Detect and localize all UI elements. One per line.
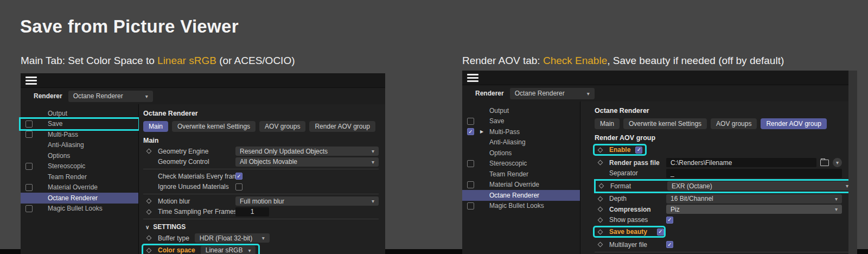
tab-aov-groups[interactable]: AOV groups — [259, 121, 305, 132]
chevron-down-icon: ▾ — [372, 148, 374, 154]
chevron-down-icon: ∨ — [145, 224, 149, 230]
left-caption-post: (or ACES/OCIO) — [216, 55, 295, 66]
expand-arrow-icon[interactable]: ▶ — [480, 129, 483, 134]
sidebar-item-stereoscopic[interactable]: Stereoscopic — [21, 161, 138, 172]
sidebar-item-magic-bullet-looks[interactable]: Magic Bullet Looks — [462, 201, 580, 212]
render-pass-file-input[interactable]: C:\Renders\Filename — [666, 158, 816, 167]
stereoscopic-checkbox[interactable] — [25, 163, 33, 170]
left-caption-pre: Main Tab: Set Color Space to — [21, 55, 157, 66]
diamond-icon — [598, 217, 603, 223]
geometry-control-dropdown[interactable]: All Objects Movable▾ — [235, 157, 379, 167]
color-space-highlight: Color space Linear sRGB▾ — [143, 245, 258, 254]
compression-dropdown[interactable]: Piz▾ — [666, 205, 842, 214]
buffer-type-dropdown[interactable]: HDR (Float 32-bit)▾ — [195, 233, 270, 243]
panel-heading: Octane Renderer — [143, 108, 385, 119]
sidebar-item-magic-bullet-looks[interactable]: Magic Bullet Looks — [21, 204, 138, 214]
multilayer-file-checkbox[interactable] — [666, 241, 673, 248]
chevron-down-icon: ▾ — [372, 159, 374, 165]
settings-section-header[interactable]: ∨ SETTINGS — [145, 221, 385, 233]
check-materials-checkbox[interactable] — [235, 173, 242, 180]
panel-heading: Octane Renderer — [595, 105, 857, 116]
hamburger-menu-icon[interactable] — [467, 74, 478, 82]
setting-row-color-space: Color space Linear sRGB▾ — [143, 244, 385, 254]
chevron-down-icon: ▾ — [835, 206, 838, 212]
save-beauty-checkbox[interactable] — [657, 228, 664, 236]
sidebar-item-save[interactable]: Save — [462, 116, 580, 127]
tab-render-aov-group[interactable]: Render AOV group — [309, 121, 375, 132]
renderer-label: Renderer — [34, 92, 62, 100]
divider — [143, 194, 379, 194]
chevron-down-icon: ▾ — [248, 247, 251, 253]
color-space-dropdown[interactable]: Linear sRGB▾ — [201, 246, 256, 254]
setting-row-save-beauty: Save beauty — [595, 225, 857, 238]
sidebar-item-material-override[interactable]: Material Override — [462, 180, 580, 190]
section-title: Main — [143, 135, 385, 146]
enable-checkbox[interactable] — [635, 147, 642, 154]
renderer-row: Renderer Octane Renderer ▾ — [462, 85, 857, 101]
sidebar-item-team-render[interactable]: Team Render — [462, 169, 580, 180]
sidebar-item-octane-renderer[interactable]: Octane Renderer — [21, 193, 138, 204]
geometry-engine-dropdown[interactable]: Resend Only Updated Objects▾ — [235, 147, 379, 156]
sidebar-item-team-render[interactable]: Team Render — [21, 172, 138, 182]
tab-overwrite-kernel-settings[interactable]: Overwrite kernel Settings — [623, 118, 707, 129]
tab-render-aov-group[interactable]: Render AOV group — [761, 118, 826, 129]
tab-main[interactable]: Main — [143, 121, 168, 132]
renderer-dropdown[interactable]: Octane Renderer ▾ — [68, 91, 153, 102]
sidebar-item-multi-pass[interactable]: ▶Multi-Pass — [462, 126, 580, 137]
tab-overwrite-kernel-settings[interactable]: Overwrite kernel Settings — [172, 121, 256, 132]
format-dropdown[interactable]: EXR (Octane)▾ — [667, 181, 853, 190]
magic-bullet-checkbox[interactable] — [467, 202, 474, 209]
sidebar-item-material-override[interactable]: Material Override — [21, 182, 138, 193]
settings-main-panel: Octane Renderer Main Overwrite kernel Se… — [580, 101, 857, 254]
tab-main[interactable]: Main — [595, 118, 620, 129]
chevron-down-icon: ▾ — [836, 160, 839, 166]
multi-pass-checkbox[interactable] — [25, 131, 33, 138]
separator-input[interactable]: _ — [666, 169, 842, 178]
setting-row-format: Format EXR (Octane)▾ — [596, 181, 856, 192]
sidebar-item-anti-aliasing[interactable]: Anti-Aliasing — [21, 140, 138, 151]
time-sampling-input[interactable]: 1 — [235, 207, 269, 217]
hamburger-menu-icon[interactable] — [25, 77, 37, 85]
scrollbar[interactable] — [848, 71, 857, 254]
sidebar-item-stereoscopic[interactable]: Stereoscopic — [462, 158, 580, 169]
diamond-icon — [146, 209, 152, 214]
setting-row-time-sampling: Time Sampling Per Frames 1 — [143, 207, 385, 218]
sidebar-item-output[interactable]: Output — [21, 108, 138, 119]
save-checkbox[interactable] — [25, 120, 33, 128]
depth-dropdown[interactable]: 16 Bit/Channel▾ — [666, 194, 842, 204]
sidebar-item-multi-pass[interactable]: Multi-Pass — [21, 129, 138, 140]
setting-row-buffer-type: Buffer type HDR (Float 32-bit)▾ — [143, 233, 385, 244]
sidebar-item-options[interactable]: Options — [462, 148, 580, 158]
tab-aov-groups[interactable]: AOV groups — [711, 118, 757, 129]
left-caption: Main Tab: Set Color Space to Linear sRGB… — [21, 55, 295, 67]
setting-row-geometry-control: Geometry Control All Objects Movable▾ — [143, 157, 385, 168]
renderer-dropdown[interactable]: Octane Renderer ▾ — [510, 88, 595, 99]
stereoscopic-checkbox[interactable] — [467, 160, 474, 167]
motion-blur-dropdown[interactable]: Full motion blur▾ — [235, 196, 379, 206]
window-topbar — [462, 71, 857, 85]
sidebar-item-octane-renderer[interactable]: Octane Renderer — [462, 190, 580, 201]
render-settings-window-aov: Renderer Octane Renderer ▾ Output Save ▶… — [462, 71, 857, 254]
settings-sidebar: Output Save Multi-Pass Anti-Aliasing Opt… — [21, 104, 139, 254]
setting-row-show-passes: Show passes — [595, 215, 857, 226]
multi-pass-checkbox[interactable] — [467, 128, 474, 135]
material-override-checkbox[interactable] — [25, 184, 33, 191]
sidebar-item-save[interactable]: Save — [21, 119, 138, 130]
right-caption-highlight: Check Enable — [543, 55, 607, 66]
setting-row-render-pass-file: Render pass file C:\Renders\Filename ▾ — [595, 157, 857, 168]
sidebar-item-options[interactable]: Options — [21, 150, 138, 161]
ignore-unused-checkbox[interactable] — [235, 183, 242, 190]
magic-bullet-checkbox[interactable] — [25, 205, 33, 212]
settings-main-panel: Octane Renderer Main Overwrite kernel Se… — [139, 104, 385, 254]
file-options-button[interactable]: ▾ — [833, 158, 842, 167]
setting-row-compression: Compression Piz▾ — [595, 204, 857, 215]
renderer-label: Renderer — [475, 90, 504, 97]
right-caption-pre: Render AOV tab: — [462, 55, 543, 66]
diamond-icon — [599, 183, 604, 189]
sidebar-item-anti-aliasing[interactable]: Anti-Aliasing — [462, 137, 580, 148]
show-passes-checkbox[interactable] — [666, 217, 673, 224]
save-checkbox[interactable] — [467, 118, 474, 125]
material-override-checkbox[interactable] — [467, 181, 474, 188]
folder-browse-icon[interactable] — [820, 160, 829, 166]
sidebar-item-output[interactable]: Output — [462, 105, 580, 116]
